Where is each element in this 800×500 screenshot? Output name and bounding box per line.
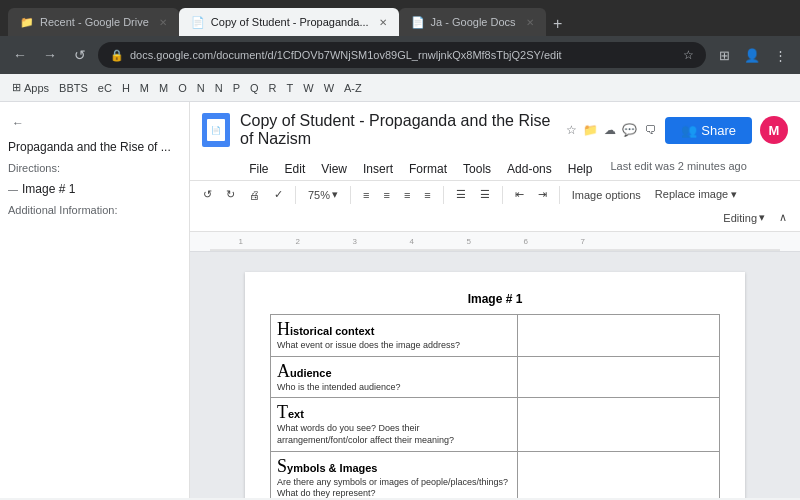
bookmark-r[interactable]: R — [269, 82, 277, 94]
document-page-area: Image # 1 Historical contextWhat event o… — [190, 252, 800, 498]
address-bar[interactable]: 🔒 docs.google.com/document/d/1CfDOVb7WNj… — [98, 42, 706, 68]
justify-button[interactable]: ≡ — [419, 186, 435, 204]
tab-ja-docs[interactable]: 📄 Ja - Google Docs ✕ — [399, 8, 546, 36]
zoom-chevron-icon: ▾ — [332, 188, 338, 201]
bookmark-t[interactable]: T — [287, 82, 294, 94]
chat-icon[interactable]: 💬 — [622, 123, 637, 137]
bookmark-q[interactable]: Q — [250, 82, 259, 94]
star-icon[interactable]: ☆ — [566, 123, 577, 137]
forward-button[interactable]: → — [38, 43, 62, 67]
bookmark-h[interactable]: H — [122, 82, 130, 94]
print-button[interactable]: 🖨 — [244, 186, 265, 204]
toolbar-separator4 — [502, 186, 503, 204]
share-button[interactable]: 👥 Share — [665, 117, 752, 144]
svg-text:2: 2 — [296, 237, 301, 246]
document-title[interactable]: Copy of Student - Propaganda and the Ris… — [240, 112, 560, 148]
menu-view[interactable]: View — [315, 160, 353, 178]
bookmark-apps[interactable]: ⊞ Apps — [12, 81, 49, 94]
profile-icon[interactable]: 👤 — [740, 43, 764, 67]
zoom-dropdown[interactable]: 75% ▾ — [303, 185, 343, 204]
menu-format[interactable]: Format — [403, 160, 453, 178]
table-row: AudienceWho is the intended audience? — [271, 356, 720, 398]
align-center-button[interactable]: ≡ — [378, 186, 394, 204]
increase-indent-button[interactable]: ⇥ — [533, 185, 552, 204]
spellcheck-button[interactable]: ✓ — [269, 185, 288, 204]
bookmark-w1[interactable]: W — [303, 82, 313, 94]
docs-main: 📄 Copy of Student - Propaganda and the R… — [190, 102, 800, 498]
collapse-toolbar-button[interactable]: ∧ — [774, 208, 792, 227]
bookmark-star-icon[interactable]: ☆ — [683, 48, 694, 62]
user-avatar[interactable]: M — [760, 116, 788, 144]
tab-close-btn[interactable]: ✕ — [379, 17, 387, 28]
bookmark-ec[interactable]: eC — [98, 82, 112, 94]
tab-close-btn[interactable]: ✕ — [159, 17, 167, 28]
row-label-cell: TextWhat words do you see? Does their ar… — [271, 398, 518, 451]
menu-insert[interactable]: Insert — [357, 160, 399, 178]
row-answer-cell[interactable] — [517, 398, 719, 451]
more-options-icon[interactable]: ⋮ — [768, 43, 792, 67]
bookmark-p[interactable]: P — [233, 82, 240, 94]
bookmark-m1[interactable]: M — [140, 82, 149, 94]
align-right-button[interactable]: ≡ — [399, 186, 415, 204]
docs-menu: File Edit View Insert Format Tools Add-o… — [243, 158, 747, 180]
bookmark-m2[interactable]: M — [159, 82, 168, 94]
list-bullet-button[interactable]: ☰ — [475, 185, 495, 204]
tab-student-propaganda[interactable]: 📄 Copy of Student - Propaganda... ✕ — [179, 8, 399, 36]
row-big-letter: T — [277, 402, 288, 422]
menu-edit[interactable]: Edit — [279, 160, 312, 178]
toolbar-separator — [295, 186, 296, 204]
toolbar-separator2 — [350, 186, 351, 204]
comments-icon[interactable]: 🗨 — [645, 123, 657, 137]
row-answer-cell[interactable] — [517, 356, 719, 398]
sidebar-directions-label: Directions: — [0, 158, 189, 178]
bookmark-w2[interactable]: W — [324, 82, 334, 94]
image-options-button[interactable]: Image options — [567, 186, 646, 204]
sidebar-back-button[interactable]: ← — [0, 110, 189, 136]
sidebar-item-propaganda[interactable]: Propaganda and the Rise of ... — [0, 136, 189, 158]
extensions-icon[interactable]: ⊞ — [712, 43, 736, 67]
reload-button[interactable]: ↺ — [68, 43, 92, 67]
folder-icon[interactable]: 📁 — [583, 123, 598, 137]
row-label-cell: Historical contextWhat event or issue do… — [271, 315, 518, 357]
row-description: What words do you see? Does their arrang… — [277, 423, 511, 446]
row-answer-cell[interactable] — [517, 451, 719, 498]
sidebar-item-image1[interactable]: — Image # 1 — [0, 178, 189, 200]
menu-file[interactable]: File — [243, 160, 274, 178]
security-icon: 🔒 — [110, 49, 124, 62]
back-button[interactable]: ← — [8, 43, 32, 67]
bookmark-o[interactable]: O — [178, 82, 187, 94]
bookmark-bbts[interactable]: BBTS — [59, 82, 88, 94]
menu-tools[interactable]: Tools — [457, 160, 497, 178]
share-label: Share — [701, 123, 736, 138]
table-row: Historical contextWhat event or issue do… — [271, 315, 720, 357]
decrease-indent-button[interactable]: ⇤ — [510, 185, 529, 204]
tab-close-btn[interactable]: ✕ — [526, 17, 534, 28]
bookmark-n2[interactable]: N — [215, 82, 223, 94]
address-bar-row: ← → ↺ 🔒 docs.google.com/document/d/1CfDO… — [0, 36, 800, 74]
tab-favicon: 📄 — [191, 16, 205, 29]
cloud-icon[interactable]: ☁ — [604, 123, 616, 137]
row-description: What event or issue does the image addre… — [277, 340, 511, 352]
tab-favicon: 📁 — [20, 16, 34, 29]
row-title: ext — [288, 408, 304, 420]
editing-mode-dropdown[interactable]: Editing ▾ — [718, 208, 770, 227]
undo-button[interactable]: ↺ — [198, 185, 217, 204]
menu-help[interactable]: Help — [562, 160, 599, 178]
redo-button[interactable]: ↻ — [221, 185, 240, 204]
replace-image-button[interactable]: Replace image ▾ — [650, 185, 742, 204]
list-numbered-button[interactable]: ☰ — [451, 185, 471, 204]
bookmark-az[interactable]: A-Z — [344, 82, 362, 94]
new-tab-button[interactable]: + — [546, 12, 570, 36]
docs-title-area: Copy of Student - Propaganda and the Ris… — [240, 112, 616, 148]
menu-addons[interactable]: Add-ons — [501, 160, 558, 178]
back-arrow-icon: ← — [12, 116, 24, 130]
svg-text:4: 4 — [410, 237, 415, 246]
row-description: Are there any symbols or images of peopl… — [277, 477, 511, 498]
bookmark-n1[interactable]: N — [197, 82, 205, 94]
row-label-cell: AudienceWho is the intended audience? — [271, 356, 518, 398]
tab-google-drive[interactable]: 📁 Recent - Google Drive ✕ — [8, 8, 179, 36]
svg-text:3: 3 — [353, 237, 358, 246]
row-answer-cell[interactable] — [517, 315, 719, 357]
align-left-button[interactable]: ≡ — [358, 186, 374, 204]
sidebar-additional-label: Additional Information: — [0, 200, 189, 220]
